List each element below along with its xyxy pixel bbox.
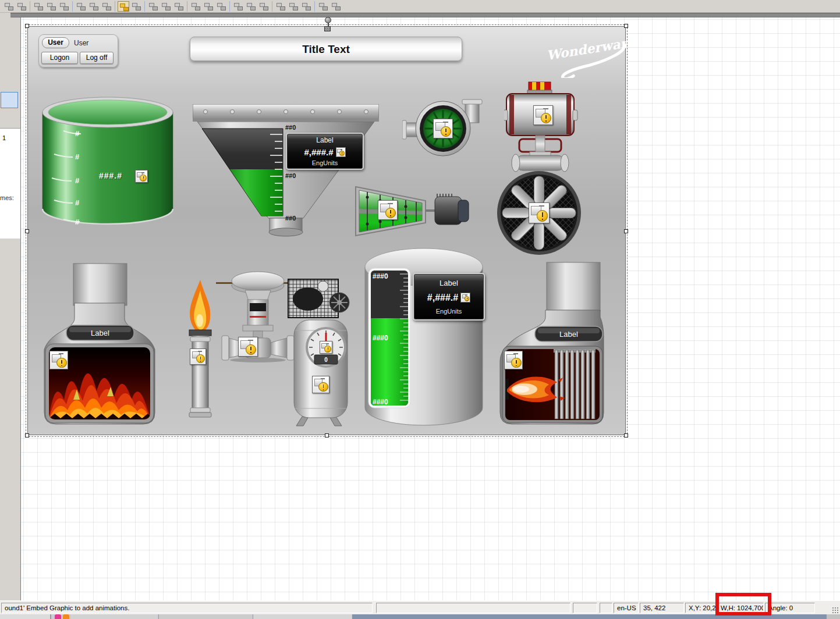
warning-icon — [465, 296, 470, 301]
editor-canvas[interactable]: User User Logon Log off Title Text Wonde… — [21, 17, 840, 600]
toolbar-make-same-width-button[interactable] — [88, 1, 100, 12]
actuator-valve-graphic — [504, 81, 579, 173]
toolbar-rotate-clockwise-button[interactable] — [300, 1, 312, 12]
tank-scale-bottom: ###0 — [373, 398, 388, 406]
animation-link-badge[interactable] — [336, 147, 346, 157]
toolbar-paste-animations-button[interactable] — [118, 1, 129, 12]
hmi-design-surface[interactable]: User User Logon Log off Title Text Wonde… — [27, 26, 626, 435]
taskbar-corner — [827, 614, 840, 619]
toolbar-make-same-height-button[interactable] — [101, 1, 112, 12]
animation-link-badge[interactable] — [312, 376, 329, 393]
toolbar-align-right-button[interactable] — [16, 1, 27, 12]
animation-link-badge[interactable] — [378, 200, 398, 220]
tank-tick-label: # — [75, 176, 80, 185]
toolbar-edit-path-button[interactable] — [330, 1, 342, 12]
warning-icon — [324, 346, 331, 353]
animation-link-badge[interactable] — [190, 348, 206, 365]
furnace-label: Label — [91, 329, 109, 337]
title-banner[interactable]: Title Text — [190, 37, 462, 61]
toolbar-align-left-button[interactable] — [3, 1, 15, 12]
toolbar-separator — [72, 1, 73, 12]
toolbar-bring-to-front-button[interactable] — [190, 1, 201, 12]
toolbar-separator — [314, 1, 315, 12]
toolbar-align-center-vertical-button[interactable] — [75, 1, 87, 12]
toolbar-flip-horizontal-button[interactable] — [275, 1, 286, 12]
tank-value-text: ###.# — [99, 171, 140, 182]
furnace[interactable]: Label — [38, 262, 161, 428]
user-login-panel[interactable]: User User Logon Log off — [38, 34, 118, 67]
selection-handle-mid-right[interactable] — [624, 229, 628, 233]
toolbar-space-evenly-vertical-button[interactable] — [160, 1, 172, 12]
logon-button[interactable]: Logon — [41, 52, 78, 64]
hopper[interactable]: ##0 ##0 ##0 — [193, 104, 379, 238]
status-pane-empty — [600, 603, 612, 613]
taskbar-orange-icon[interactable] — [63, 614, 69, 619]
storage-tank[interactable]: ###0 ###0 ###0 — [361, 244, 487, 427]
warning-icon — [246, 344, 257, 355]
user-button[interactable]: User — [42, 37, 69, 48]
green-tank[interactable]: # # # # # — [40, 94, 175, 227]
tank-tick-label: # — [75, 218, 80, 226]
toolbar-align-bottom-button[interactable] — [45, 1, 57, 12]
wonderware-logo-graphic: Wonderware — [545, 33, 632, 78]
selection-handle-bottom-right[interactable] — [624, 433, 628, 437]
rotation-handle[interactable] — [325, 17, 331, 23]
tool-palette-selected-icon[interactable] — [1, 92, 18, 108]
screw-conveyor[interactable] — [355, 180, 471, 238]
selection-handle-mid-left[interactable] — [25, 229, 29, 233]
selection-handle-bottom-left[interactable] — [25, 433, 29, 437]
display-value: #,###.# — [427, 293, 458, 303]
logoff-button[interactable]: Log off — [80, 52, 114, 64]
toolbar-flip-vertical-button[interactable] — [288, 1, 299, 12]
taskbar-pink-icon[interactable] — [55, 614, 61, 619]
display-label: Label — [440, 279, 458, 287]
toolbar-snap-to-grid-button[interactable] — [173, 1, 185, 12]
taskbar-window-button[interactable] — [253, 614, 352, 619]
toolbar-ungroup-button[interactable] — [258, 1, 270, 12]
taskbar-window-button[interactable] — [158, 614, 251, 619]
hopper-scale-mid: ##0 — [285, 172, 296, 179]
animation-link-badge[interactable] — [504, 351, 523, 369]
warning-icon — [537, 210, 548, 222]
animation-link-badge[interactable] — [320, 341, 332, 354]
warning-icon — [56, 358, 66, 368]
storage-tank-graphic: ###0 ###0 ###0 — [361, 244, 487, 427]
toolbar-space-evenly-horizontal-button[interactable] — [147, 1, 159, 12]
toolbar-rotate-counterclockwise-button[interactable] — [317, 1, 329, 12]
selection-handle-bottom-center[interactable] — [325, 433, 329, 437]
animation-link-badge[interactable] — [135, 170, 148, 183]
display-units: EngUnits — [436, 308, 462, 315]
tank-tick-label: # — [75, 198, 80, 207]
toolbar-separator — [187, 1, 187, 12]
animation-link-badge[interactable] — [433, 119, 453, 138]
toolbar-move-backward-button[interactable] — [232, 1, 244, 12]
toolbar-make-same-size-button[interactable] — [130, 1, 142, 12]
toolbar-align-center-horizontal-button[interactable] — [58, 1, 70, 12]
toolbar-align-top-button[interactable] — [33, 1, 44, 12]
tank-scale-mid: ###0 — [373, 334, 388, 342]
selection-handle-top-right[interactable] — [624, 24, 628, 28]
wonderware-logo[interactable]: Wonderware — [545, 33, 632, 78]
toolbar-send-to-back-button[interactable] — [203, 1, 214, 12]
warning-icon — [441, 126, 452, 137]
toolbar-move-forward-button[interactable] — [215, 1, 227, 12]
actuator-valve[interactable] — [504, 81, 579, 173]
hopper-graphic: ##0 ##0 ##0 — [193, 104, 379, 238]
toolbar-group-button[interactable] — [245, 1, 257, 12]
resize-grip[interactable] — [832, 607, 839, 614]
animation-link-badge[interactable] — [49, 351, 68, 369]
animation-link-badge[interactable] — [238, 337, 258, 357]
tank-value-display[interactable]: Label #,###.# EngUnits — [413, 273, 485, 321]
animation-link-badge[interactable] — [460, 293, 470, 303]
heater[interactable]: Label — [495, 261, 607, 430]
toolbar-separator — [229, 1, 230, 12]
tank-tick-label: # — [75, 152, 80, 161]
animation-link-badge[interactable] — [529, 202, 550, 223]
hopper-value-display[interactable]: Label #,###.# EngUnits — [286, 133, 364, 170]
taskbar-segment — [71, 614, 157, 619]
selection-handle-top-left[interactable] — [25, 24, 29, 28]
furnace-graphic: Label — [38, 262, 161, 428]
animation-link-badge[interactable] — [533, 105, 553, 125]
taskbar-start-segment[interactable] — [0, 614, 51, 619]
selection-handle-top-center[interactable] — [324, 26, 331, 31]
